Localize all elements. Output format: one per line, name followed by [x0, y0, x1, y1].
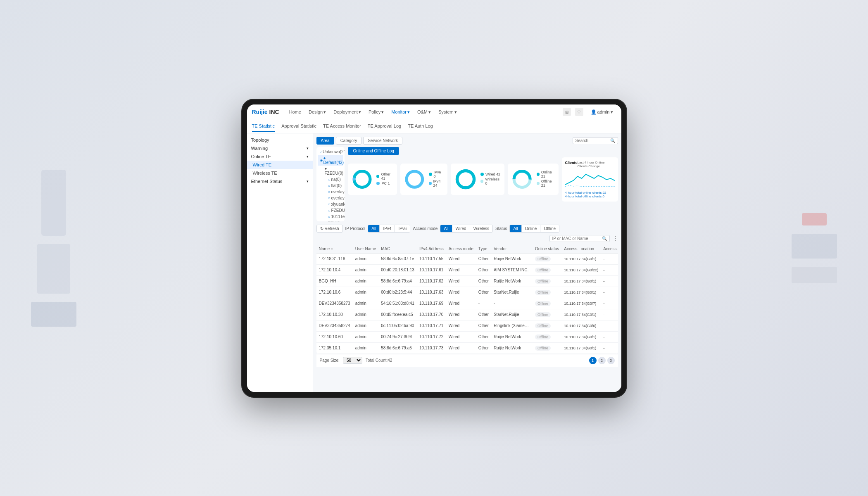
sidebar-wired-te[interactable]: Wired TE: [247, 161, 313, 169]
status-all-btn[interactable]: All: [510, 225, 521, 232]
cell-mac[interactable]: 00:d0:b2:23:5:44: [378, 287, 417, 298]
page-2[interactable]: 2: [598, 357, 606, 364]
subnav-approval-statistic[interactable]: Approval Statistic: [281, 121, 316, 132]
nav-monitor[interactable]: Monitor ▾: [388, 108, 413, 116]
cell-status: Offline: [533, 342, 561, 354]
ip-ipv4-btn[interactable]: IPv4: [380, 225, 395, 232]
legend-other: Other 41: [376, 172, 394, 180]
nav-om[interactable]: O&M ▾: [414, 108, 434, 116]
tree-overlay2[interactable]: ○ overlay(0): [318, 195, 343, 201]
cell-mac[interactable]: 58:8d:6c:8a:37:1e: [378, 253, 417, 264]
online-offline-log-button[interactable]: Online and Offline Log: [348, 147, 399, 155]
table-search-icon[interactable]: 🔍: [602, 236, 607, 241]
cell-ip[interactable]: 10.110.17.61: [417, 264, 446, 275]
ip-all-btn[interactable]: All: [368, 225, 380, 232]
cell-type[interactable]: Other: [476, 287, 491, 298]
admin-menu[interactable]: 👤 admin ▾: [587, 108, 616, 116]
sidebar-wireless-te[interactable]: Wireless TE: [247, 169, 313, 177]
tree-1011test[interactable]: ○ 1011Test(0): [318, 214, 343, 220]
donut-legend-1: Other 41 PC 1: [376, 172, 394, 186]
refresh-button[interactable]: ↻ Refresh: [316, 225, 343, 233]
table-container: Name ↕ User Name MAC IPv4 Address Access…: [316, 244, 618, 354]
tree-default[interactable]: ◈ ● Default(42): [318, 155, 343, 166]
cell-type[interactable]: Other: [476, 309, 491, 320]
chart-wired-wireless: Wired 42 Wireless 0: [451, 164, 505, 195]
cell-ssid: -: [601, 264, 618, 275]
data-table: Name ↕ User Name MAC IPv4 Address Access…: [316, 244, 618, 354]
tree-fzedu[interactable]: ▾ FZEDU(0): [318, 166, 343, 176]
tree-fzedu-zcxy[interactable]: ○ FZEDU_ZCXY(0): [318, 207, 343, 214]
cell-user: admin: [353, 253, 379, 264]
access-wireless-btn[interactable]: Wireless: [470, 225, 492, 232]
tree-unknown[interactable]: ○ Unknown(21): [318, 149, 343, 155]
cell-type[interactable]: Other: [476, 342, 491, 354]
status-label: Status: [495, 226, 507, 231]
cell-ip[interactable]: 10.110.17.71: [417, 320, 446, 331]
cell-ip[interactable]: 10.110.17.63: [417, 287, 446, 298]
chart-online-offline: Online 21 Offline 21: [508, 164, 558, 195]
tree-na[interactable]: ○ na(0): [318, 176, 343, 183]
bell-icon[interactable]: ♡: [575, 108, 583, 116]
cell-ip[interactable]: 10.110.17.70: [417, 309, 446, 320]
grid-icon[interactable]: ⊞: [563, 108, 571, 116]
cell-type[interactable]: Other: [476, 253, 491, 264]
nav-home[interactable]: Home: [286, 108, 304, 116]
tree-xiyuanlou[interactable]: ○ xiyuanlou(0): [318, 201, 343, 207]
subnav-te-auth-log[interactable]: TE Auth Log: [408, 121, 433, 132]
cell-mac[interactable]: 58:8d:6c:6:79:a5: [378, 342, 417, 354]
cell-location: 10.110.17.34(G0/1): [561, 253, 601, 264]
cell-location: 10.110.17.34(G0/22): [561, 264, 601, 275]
cell-mac[interactable]: 00:d0:20:18:01:13: [378, 264, 417, 275]
cell-mac[interactable]: 54:16:51:03:d8:41: [378, 298, 417, 309]
page-1[interactable]: 1: [589, 357, 597, 364]
more-options-icon[interactable]: ⋮: [612, 235, 618, 242]
subnav-te-statistic[interactable]: TE Statistic: [252, 121, 275, 132]
tree-flat[interactable]: ○ flat(0): [318, 183, 343, 189]
cell-ip[interactable]: 10.110.17.55: [417, 253, 446, 264]
cell-type[interactable]: Other: [476, 331, 491, 342]
cell-type[interactable]: -: [476, 298, 491, 309]
table-search-input[interactable]: [552, 236, 602, 241]
nav-deployment[interactable]: Deployment ▾: [330, 108, 364, 116]
access-wired-btn[interactable]: Wired: [452, 225, 470, 232]
status-offline-btn[interactable]: Offline: [540, 225, 559, 232]
tree-fzu[interactable]: ▾ FZU(0): [318, 220, 343, 221]
sidebar-warning[interactable]: Warning ▾: [247, 144, 313, 152]
tree-overlay1[interactable]: ○ overlay(0): [318, 189, 343, 195]
page-size-select[interactable]: 50 100 200: [343, 357, 362, 364]
cell-ip[interactable]: 10.110.17.72: [417, 331, 446, 342]
legend-pc: PC 1: [376, 181, 394, 185]
nav-design[interactable]: Design ▾: [305, 108, 329, 116]
cell-vendor: Ringslink (Xiamen) Network Communication…: [491, 320, 533, 331]
cell-mac[interactable]: 0c:11:05:02:ba:90: [378, 320, 417, 331]
cell-type[interactable]: Other: [476, 264, 491, 275]
cell-ip[interactable]: 10.110.17.69: [417, 298, 446, 309]
nav-policy[interactable]: Policy ▾: [365, 108, 387, 116]
sidebar-topology[interactable]: Topology: [247, 136, 313, 144]
legend-ipv6-dot: [429, 173, 432, 176]
main-layout: Topology Warning ▾ Online TE ▾ Wired TE …: [247, 133, 621, 392]
access-all-btn[interactable]: All: [440, 225, 452, 232]
cell-vendor: Ruijie NetWork: [491, 253, 533, 264]
cell-type[interactable]: Other: [476, 275, 491, 287]
page-3[interactable]: 3: [607, 357, 615, 364]
subnav-te-access-monitor[interactable]: TE Access Monitor: [323, 121, 361, 132]
cell-mac[interactable]: 00:74:9c:27:f9:9f: [378, 331, 417, 342]
subnav-te-approval-log[interactable]: TE Approval Log: [368, 121, 401, 132]
cell-mac[interactable]: 58:8d:6c:6:79:a4: [378, 275, 417, 287]
search-icon[interactable]: 🔍: [610, 138, 615, 143]
tab-area[interactable]: Area: [316, 137, 334, 145]
tab-category[interactable]: Category: [336, 137, 362, 145]
status-online-btn[interactable]: Online: [522, 225, 541, 232]
sidebar-ethernet-status[interactable]: Ethernet Status ▾: [247, 177, 313, 185]
ip-ipv6-btn[interactable]: IPv6: [395, 225, 410, 232]
cell-ip[interactable]: 10.110.17.62: [417, 275, 446, 287]
tab-service-network[interactable]: Service Network: [363, 137, 402, 145]
cell-type[interactable]: Other: [476, 320, 491, 331]
table-row: 172.18.31.118 admin 58:8d:6c:8a:37:1e 10…: [316, 253, 618, 264]
cell-ip[interactable]: 10.110.17.73: [417, 342, 446, 354]
nav-system[interactable]: System ▾: [435, 108, 460, 116]
tree-search-input[interactable]: [575, 138, 609, 143]
sidebar-online-te[interactable]: Online TE ▾: [247, 152, 313, 161]
cell-mac[interactable]: 00:d5:fb:ee:ea:c5: [378, 309, 417, 320]
